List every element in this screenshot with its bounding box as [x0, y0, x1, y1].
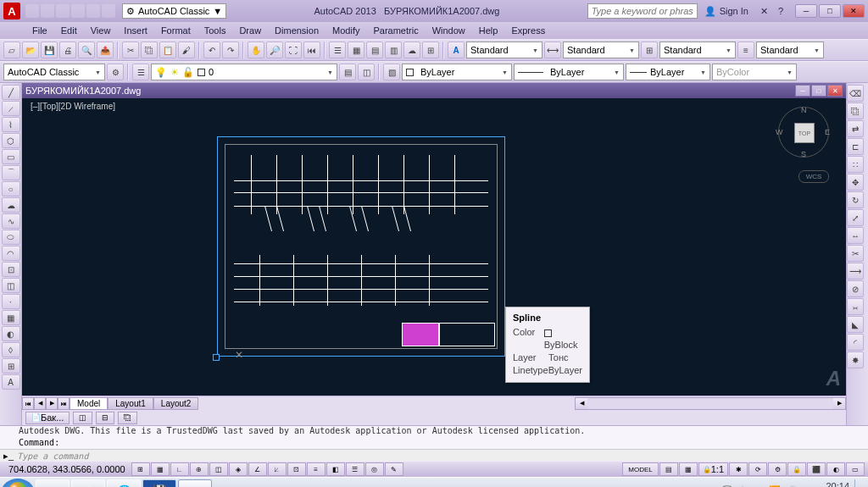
scroll-right-icon[interactable]: ▶ — [833, 398, 845, 409]
redo-icon[interactable]: ↷ — [222, 42, 239, 58]
qat-plot[interactable] — [102, 4, 115, 18]
insert-icon[interactable]: ⊡ — [2, 262, 20, 277]
doc-close[interactable]: ✕ — [827, 85, 843, 97]
maximize-button[interactable]: □ — [819, 4, 841, 18]
polar-toggle[interactable]: ⊕ — [190, 462, 209, 476]
copy2-icon[interactable]: ⿻ — [847, 102, 864, 119]
model-space-toggle[interactable]: MODEL — [622, 462, 658, 476]
ssm-icon[interactable]: ▥ — [385, 42, 402, 58]
tab-last[interactable]: ⏭ — [58, 397, 70, 410]
tab-next[interactable]: ▶ — [46, 397, 58, 410]
3dosnap-toggle[interactable]: ◈ — [229, 462, 248, 476]
am-toggle[interactable]: ✎ — [385, 462, 403, 476]
doc-maximize[interactable]: □ — [811, 85, 826, 97]
ellarc-icon[interactable]: ◠ — [2, 246, 20, 261]
plotstyle-dropdown[interactable]: ByColor▼ — [712, 64, 797, 80]
qat-new[interactable] — [25, 4, 39, 18]
menu-tools[interactable]: Tools — [198, 25, 233, 36]
cut-icon[interactable]: ✂ — [122, 42, 139, 58]
command-input[interactable]: Type a command — [17, 451, 88, 461]
dimstyle-icon[interactable]: ⟷ — [544, 42, 561, 58]
revcloud-icon[interactable]: ☁ — [2, 197, 20, 213]
arc-icon[interactable]: ⌒ — [2, 165, 20, 180]
menu-parametric[interactable]: Parametric — [366, 25, 425, 36]
menu-format[interactable]: Format — [154, 25, 198, 36]
paste-icon[interactable]: 📋 — [159, 42, 176, 58]
markup-icon[interactable]: ☁ — [403, 42, 420, 58]
textstyle-icon[interactable]: A — [448, 42, 465, 58]
point-icon[interactable]: · — [2, 294, 20, 309]
tile-horz-icon[interactable]: ◫ — [73, 412, 92, 424]
circle-icon[interactable]: ○ — [2, 181, 20, 196]
clean-screen[interactable]: ▭ — [846, 462, 865, 476]
extend-icon[interactable]: ⟶ — [847, 263, 864, 279]
menu-draw[interactable]: Draw — [232, 25, 268, 36]
line-icon[interactable]: ╱ — [2, 85, 20, 100]
copy-icon[interactable]: ⿻ — [141, 42, 158, 58]
tab-first[interactable]: ⏮ — [22, 397, 34, 410]
viewcube-n[interactable]: N — [801, 106, 807, 114]
cascade-icon[interactable]: ⿻ — [118, 412, 137, 424]
dc-icon[interactable]: ▦ — [348, 42, 364, 58]
save-icon[interactable]: 💾 — [41, 42, 58, 58]
undo-icon[interactable]: ↶ — [203, 42, 220, 58]
toolbar-lock[interactable]: 🔒 — [787, 462, 806, 476]
grid-toggle[interactable]: ▦ — [151, 462, 170, 476]
zoom-win-icon[interactable]: ⛶ — [285, 42, 302, 58]
tpy-toggle[interactable]: ◧ — [326, 462, 345, 476]
layer-iso-icon[interactable]: ◫ — [358, 64, 375, 80]
mtext-icon[interactable]: A — [2, 374, 20, 390]
gradient-icon[interactable]: ◐ — [2, 326, 20, 341]
workspace-selector[interactable]: AutoCAD Classic▼ — [3, 64, 105, 80]
qat-undo[interactable] — [71, 4, 85, 18]
tile-vert-icon[interactable]: ⊟ — [96, 412, 114, 424]
join-icon[interactable]: ⟗ — [847, 298, 864, 315]
tab-prev[interactable]: ◀ — [34, 397, 46, 410]
clock[interactable]: 20:14 22.10.2012 — [803, 482, 849, 488]
linetype-dropdown[interactable]: ByLayer▼ — [514, 64, 624, 80]
anno-auto-toggle[interactable]: ⟳ — [748, 462, 767, 476]
block-icon[interactable]: ◫ — [2, 278, 20, 293]
menu-edit[interactable]: Edit — [54, 25, 84, 36]
drawing-canvas[interactable]: [–][Top][2D Wireframe] TOP N S E W WCS — [22, 98, 846, 396]
task-chrome[interactable]: 🌐 — [107, 479, 141, 488]
open-icon[interactable]: 📂 — [22, 42, 39, 58]
explode-icon[interactable]: ✸ — [847, 351, 864, 368]
qp-toggle[interactable]: ☰ — [346, 462, 364, 476]
ws-settings-icon[interactable]: ⚙ — [107, 64, 124, 80]
mlstyle-dropdown[interactable]: Standard▼ — [756, 42, 824, 58]
show-desktop[interactable] — [854, 479, 861, 488]
anno-scale[interactable]: 🔒 1:1 — [698, 462, 728, 476]
polygon-icon[interactable]: ⬡ — [2, 133, 20, 148]
region-icon[interactable]: ◊ — [2, 342, 20, 357]
tab-layout2[interactable]: Layout2 — [153, 397, 199, 410]
move-icon[interactable]: ✥ — [847, 174, 864, 191]
qat-redo[interactable] — [86, 4, 100, 18]
menu-dimension[interactable]: Dimension — [268, 25, 326, 36]
layer-states-icon[interactable]: ▤ — [339, 64, 356, 80]
zoom-rt-icon[interactable]: 🔎 — [266, 42, 283, 58]
pan-icon[interactable]: ✋ — [248, 42, 264, 58]
footer-button[interactable]: 📄 Бак... — [25, 412, 70, 424]
scroll-left-icon[interactable]: ◀ — [576, 398, 587, 409]
color-dropdown[interactable]: ByLayer▼ — [402, 64, 512, 80]
scale-icon[interactable]: ⤢ — [847, 209, 864, 226]
tablestyle-dropdown[interactable]: Standard▼ — [659, 42, 736, 58]
array-icon[interactable]: ∷ — [847, 156, 864, 173]
calc-icon[interactable]: ⊞ — [422, 42, 439, 58]
tp-icon[interactable]: ▤ — [366, 42, 383, 58]
tab-layout1[interactable]: Layout1 — [108, 397, 153, 410]
lineweight-dropdown[interactable]: ByLayer▼ — [626, 64, 710, 80]
qat-save[interactable] — [56, 4, 70, 18]
horizontal-scrollbar[interactable]: ◀ ▶ — [575, 397, 846, 410]
osnap-toggle[interactable]: ◫ — [209, 462, 228, 476]
minimize-button[interactable]: ─ — [795, 4, 817, 18]
menu-view[interactable]: View — [84, 25, 118, 36]
task-autocad[interactable]: A — [178, 479, 212, 488]
ducs-toggle[interactable]: ⟀ — [268, 462, 287, 476]
exchange-icon[interactable]: ✕ — [760, 6, 768, 17]
viewcube-s[interactable]: S — [801, 150, 806, 158]
isolate-objects[interactable]: ◐ — [826, 462, 845, 476]
signin-button[interactable]: 👤 Sign In — [704, 6, 748, 17]
menu-modify[interactable]: Modify — [326, 25, 366, 36]
